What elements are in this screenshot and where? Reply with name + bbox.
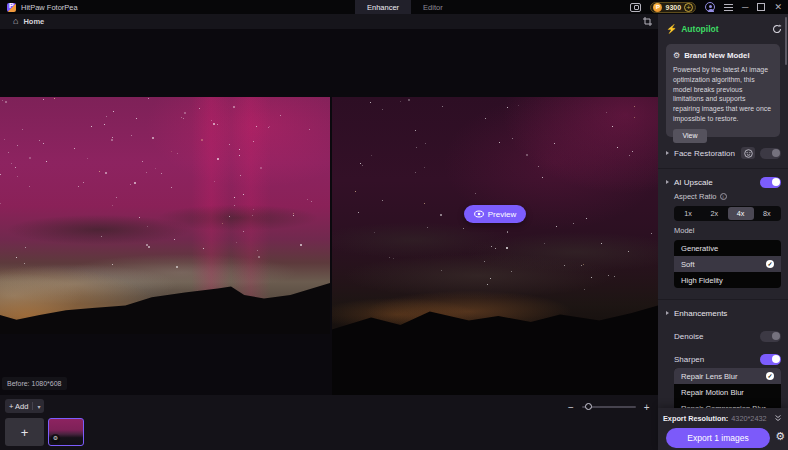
divider: [32, 402, 33, 410]
app-title: HitPaw FotorPea: [21, 3, 78, 12]
export-resolution-value: 4320*2432: [731, 414, 774, 423]
denoise-label: Denoise: [674, 332, 760, 341]
image-canvas: Preview Before: 1080*608: [0, 29, 658, 395]
check-icon: ✓: [766, 260, 774, 268]
sharpen-option-motion-blur[interactable]: Repair Motion Blur: [674, 384, 781, 400]
coin-icon: P: [653, 3, 662, 12]
after-image[interactable]: [332, 97, 658, 395]
zoom-controls: − +: [568, 395, 650, 419]
ai-upscale-toggle[interactable]: [760, 177, 781, 188]
autopilot-header: ⚡ Autopilot: [666, 22, 782, 36]
zoom-slider[interactable]: [582, 406, 636, 408]
add-label: + Add: [9, 402, 28, 411]
export-settings-gear-icon[interactable]: ⚙: [775, 431, 785, 442]
menu-icon[interactable]: [724, 4, 733, 11]
app-tabs: Enhancer Editor: [355, 0, 455, 14]
ai-upscale-label: AI Upscale: [674, 178, 760, 187]
add-image-tile[interactable]: +: [5, 418, 44, 446]
aspect-ratio-segmented: 1x 2x 4x 8x: [674, 206, 781, 221]
tab-enhancer[interactable]: Enhancer: [355, 0, 411, 14]
denoise-toggle[interactable]: [760, 331, 781, 342]
face-restoration-row: Face Restoration: [666, 146, 781, 160]
preview-label: Preview: [488, 210, 516, 219]
export-button[interactable]: Export 1 images: [666, 428, 770, 448]
sharpen-option-lens-blur[interactable]: Repair Lens Blur ✓: [674, 368, 781, 384]
divider: [658, 168, 788, 169]
ratio-1x[interactable]: 1x: [675, 207, 701, 220]
account-icon[interactable]: [705, 2, 715, 12]
filmstrip-bar: + Add ▾ + ⚙ − +: [0, 395, 658, 450]
double-chevron-down-icon[interactable]: [774, 414, 782, 422]
add-image-button[interactable]: + Add ▾: [5, 399, 44, 413]
fit-view-icon[interactable]: [643, 17, 652, 26]
gallery-icon[interactable]: [630, 3, 641, 12]
view-button[interactable]: View: [673, 129, 707, 143]
settings-panel: ⚡ Autopilot ⚙ Brand New Model Powered by…: [658, 14, 788, 450]
enhancements-row: Enhancements: [666, 306, 781, 320]
mountain-silhouette: [332, 97, 658, 395]
model-option-soft[interactable]: Soft ✓: [674, 256, 781, 272]
model-label: Model: [674, 226, 694, 235]
home-icon[interactable]: ⌂: [13, 17, 18, 26]
titlebar-controls: P 9300 + ─ ✕: [630, 0, 782, 14]
before-resolution-badge: Before: 1080*608: [2, 377, 67, 390]
minimize-icon[interactable]: ─: [742, 2, 748, 12]
ai-upscale-row: AI Upscale: [666, 175, 781, 189]
eye-icon: [474, 210, 484, 218]
before-image[interactable]: [0, 97, 330, 334]
add-coins-icon[interactable]: +: [684, 3, 693, 12]
face-restoration-label: Face Restoration: [674, 149, 741, 158]
model-option-high-fidelity[interactable]: High Fidelity: [674, 272, 781, 288]
restore-window-icon[interactable]: [757, 3, 765, 11]
coin-balance[interactable]: P 9300 +: [650, 2, 696, 13]
ratio-4x[interactable]: 4x: [728, 207, 754, 220]
preview-button[interactable]: Preview: [464, 205, 526, 223]
breadcrumb-bar: ⌂ Home: [0, 14, 658, 29]
zoom-out-icon[interactable]: −: [568, 402, 574, 413]
divider: [658, 299, 788, 300]
image-thumbnail[interactable]: ⚙: [48, 418, 84, 446]
refresh-icon[interactable]: [772, 24, 782, 34]
promo-card: ⚙ Brand New Model Powered by the latest …: [666, 44, 780, 137]
export-resolution-row: Export Resolution: 4320*2432: [663, 412, 782, 424]
processing-gear-icon: ⚙: [51, 434, 60, 443]
zoom-in-icon[interactable]: +: [644, 402, 650, 413]
export-bar: Export Resolution: 4320*2432 Export 1 im…: [658, 408, 788, 450]
coin-count: 9300: [665, 4, 681, 11]
export-resolution-label: Export Resolution:: [663, 414, 728, 423]
section-triangle-icon[interactable]: [666, 151, 669, 155]
enhancements-label: Enhancements: [674, 309, 781, 318]
check-icon: ✓: [766, 372, 774, 380]
model-option-generative[interactable]: Generative: [674, 240, 781, 256]
zoom-slider-handle[interactable]: [585, 403, 592, 410]
smiley-icon: [744, 149, 753, 158]
app-window: HitPaw FotorPea Enhancer Editor P 9300 +…: [0, 0, 788, 450]
promo-body: Powered by the latest AI image optimizat…: [673, 65, 773, 124]
model-dropdown: Generative Soft ✓ High Fidelity: [674, 240, 781, 288]
face-restoration-toggle[interactable]: [760, 148, 781, 159]
close-icon[interactable]: ✕: [774, 2, 782, 12]
sharpen-row: Sharpen: [674, 352, 781, 366]
promo-header: ⚙ Brand New Model: [673, 51, 773, 60]
info-icon[interactable]: i: [720, 193, 727, 200]
face-detect-button[interactable]: [741, 147, 755, 159]
tab-editor[interactable]: Editor: [411, 0, 455, 14]
ratio-2x[interactable]: 2x: [701, 207, 727, 220]
home-label[interactable]: Home: [23, 17, 44, 26]
section-triangle-icon[interactable]: [666, 311, 669, 315]
autopilot-title: Autopilot: [681, 24, 772, 34]
app-logo-icon: [7, 3, 16, 12]
aspect-ratio-row: Aspect Ratio i: [674, 192, 727, 201]
sharpen-toggle[interactable]: [760, 354, 781, 365]
aspect-ratio-label: Aspect Ratio: [674, 192, 717, 201]
panel-scrollbar[interactable]: [785, 17, 787, 65]
denoise-row: Denoise: [674, 329, 781, 343]
lightning-icon: ⚡: [666, 24, 677, 34]
sharpen-label: Sharpen: [674, 355, 760, 364]
workspace: ⌂ Home Preview Before: 1080*608: [0, 0, 658, 450]
section-triangle-icon[interactable]: [666, 180, 669, 184]
promo-title: Brand New Model: [684, 51, 749, 60]
ratio-8x[interactable]: 8x: [754, 207, 780, 220]
chevron-down-icon[interactable]: ▾: [37, 403, 40, 410]
model-gear-icon: ⚙: [673, 51, 680, 60]
